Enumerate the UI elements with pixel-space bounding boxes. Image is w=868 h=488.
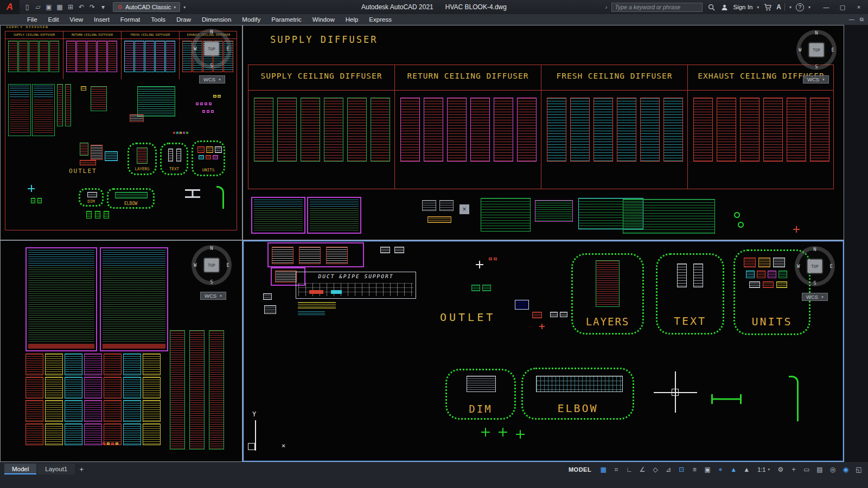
doc-minimize-button[interactable]: — [849, 16, 854, 23]
close-button[interactable]: × [851, 0, 867, 14]
viewport-top-right[interactable]: SUPPLY DIFFUSER SUPPLY CEILING DIFFUSER … [242, 25, 844, 240]
compass-west[interactable]: W [194, 46, 196, 52]
maximize-button[interactable]: ▢ [834, 0, 851, 14]
cad-table-block [25, 423, 43, 445]
save-as-icon[interactable]: ▦ [54, 3, 65, 11]
new-file-icon[interactable]: ▯ [22, 3, 33, 11]
selection-cycling-icon[interactable]: ▣ [701, 464, 713, 476]
compass-east[interactable]: E [227, 46, 229, 52]
compass-south[interactable]: S [813, 280, 816, 286]
ucs-indicator[interactable]: WCS▾ [802, 293, 828, 301]
menu-express[interactable]: Express [363, 14, 397, 25]
menu-tools[interactable]: Tools [145, 14, 171, 25]
polar-tracking-icon[interactable]: ∠ [636, 464, 648, 476]
menu-view[interactable]: View [64, 14, 88, 25]
viewcube-top-face[interactable]: TOP [808, 260, 822, 273]
menu-insert[interactable]: Insert [88, 14, 115, 25]
compass-west[interactable]: W [799, 47, 801, 53]
annotation-monitor-icon[interactable]: + [788, 464, 800, 476]
compass-north[interactable]: N [815, 30, 818, 36]
ucs-indicator[interactable]: WCS▾ [200, 292, 226, 300]
redo-icon[interactable]: ↷ [87, 3, 98, 11]
object-snap-icon[interactable]: ⊡ [675, 464, 687, 476]
tab-model[interactable]: Model [4, 464, 36, 474]
viewport-bottom-right[interactable]: DUCT &PIPE SUPPORT OUTLET LAYERS [242, 240, 844, 462]
viewcube-compass[interactable]: NWESTOP [192, 29, 232, 69]
open-file-icon[interactable]: ▱ [33, 3, 43, 11]
snap-mode-icon[interactable]: ⌗ [610, 464, 622, 476]
compass-west[interactable]: W [797, 264, 800, 269]
compass-east[interactable]: E [832, 47, 834, 53]
qat-customize-icon[interactable]: ▾ [98, 3, 108, 11]
ucs-indicator[interactable]: WCS▾ [803, 75, 829, 84]
cad-table-block [143, 400, 161, 422]
compass-east[interactable]: E [830, 264, 833, 269]
menu-dimension[interactable]: Dimension [196, 14, 237, 25]
object-snap-tracking-icon[interactable]: ⊿ [662, 464, 674, 476]
undo-icon[interactable]: ↶ [76, 3, 87, 11]
viewport-bottom-left[interactable]: NWESTOP WCS▾ [0, 240, 242, 462]
menu-modify[interactable]: Modify [237, 14, 266, 25]
doc-restore-button[interactable]: ⧉ [860, 16, 864, 23]
ucs-indicator[interactable]: WCS▾ [199, 75, 225, 84]
minimize-button[interactable]: — [818, 0, 834, 14]
dynamic-input-icon[interactable]: ⌖ [714, 464, 726, 476]
clean-screen-icon[interactable]: ◱ [853, 464, 865, 476]
cart-icon[interactable] [763, 4, 772, 11]
help-icon[interactable]: ? [796, 3, 804, 11]
annotation-scale-button[interactable]: 1:1▾ [754, 465, 773, 474]
viewcube-top-face[interactable]: TOP [809, 43, 824, 57]
compass-east[interactable]: E [227, 262, 229, 268]
compass-north[interactable]: N [210, 29, 213, 35]
compass-north[interactable]: N [210, 246, 213, 251]
menu-format[interactable]: Format [115, 14, 145, 25]
quick-properties-icon[interactable]: ▤ [814, 464, 826, 476]
compass-south[interactable]: S [210, 63, 213, 68]
autodesk-app-store-icon[interactable]: A [776, 3, 785, 11]
compass-south[interactable]: S [210, 279, 213, 285]
viewcube-top-face[interactable]: TOP [205, 42, 219, 56]
help-caret-icon[interactable]: ▾ [808, 5, 810, 10]
search-expand-icon[interactable]: › [605, 4, 608, 10]
menu-file[interactable]: File [22, 14, 43, 25]
units-icon[interactable]: ▭ [801, 464, 813, 476]
model-space-button[interactable]: MODEL [564, 465, 596, 474]
compass-south[interactable]: S [815, 64, 818, 69]
viewcube-compass[interactable]: NWESTOP [796, 30, 837, 70]
menu-parametric[interactable]: Parametric [266, 14, 307, 25]
viewcube-compass[interactable]: NWESTOP [795, 246, 835, 286]
grid-icon[interactable]: ▦ [597, 464, 609, 476]
workspace-switching-icon[interactable]: ⚙ [775, 464, 787, 476]
compass-west[interactable]: W [194, 262, 196, 268]
search-icon[interactable] [707, 4, 716, 11]
cad-table-block [18, 41, 28, 72]
tab-layout1[interactable]: Layout1 [37, 464, 75, 474]
annotation-visibility-icon[interactable]: ▲ [727, 464, 739, 476]
search-input[interactable] [611, 3, 703, 12]
menu-edit[interactable]: Edit [43, 14, 65, 25]
sign-in-caret-icon[interactable]: ▾ [757, 5, 759, 10]
isometric-drafting-icon[interactable]: ◇ [649, 464, 661, 476]
app-store-caret-icon[interactable]: ▾ [789, 5, 792, 10]
menu-window[interactable]: Window [307, 14, 340, 25]
viewcube-compass[interactable]: NWESTOP [192, 245, 232, 285]
sign-in-button[interactable]: Sign In [733, 4, 752, 10]
new-layout-button[interactable]: + [76, 465, 87, 473]
save-icon[interactable]: ▣ [43, 3, 54, 11]
plot-icon[interactable]: ⊞ [65, 3, 76, 11]
menu-help[interactable]: Help [340, 14, 364, 25]
graphics-performance-icon[interactable]: ◉ [840, 464, 852, 476]
lineweight-icon[interactable]: ≡ [688, 464, 700, 476]
cad-table-block [176, 132, 178, 134]
workspace-extra-caret-icon[interactable]: ▾ [183, 5, 186, 10]
viewcube-top-face[interactable]: TOP [205, 259, 219, 272]
viewport-top-left[interactable]: SUPPLY DIFFUSER SUPPLY CEILING DIFFUSER … [0, 25, 242, 240]
compass-north[interactable]: N [813, 247, 816, 252]
ortho-icon[interactable]: ∟ [623, 464, 635, 476]
autoscale-icon[interactable]: ▲ [741, 464, 752, 476]
menu-draw[interactable]: Draw [171, 14, 196, 25]
cad-table-group [535, 200, 573, 222]
application-menu-button[interactable]: A [0, 0, 20, 14]
isolate-objects-icon[interactable]: ◎ [827, 464, 839, 476]
workspace-selector[interactable]: ⚙ AutoCAD Classic ▾ [113, 2, 180, 12]
